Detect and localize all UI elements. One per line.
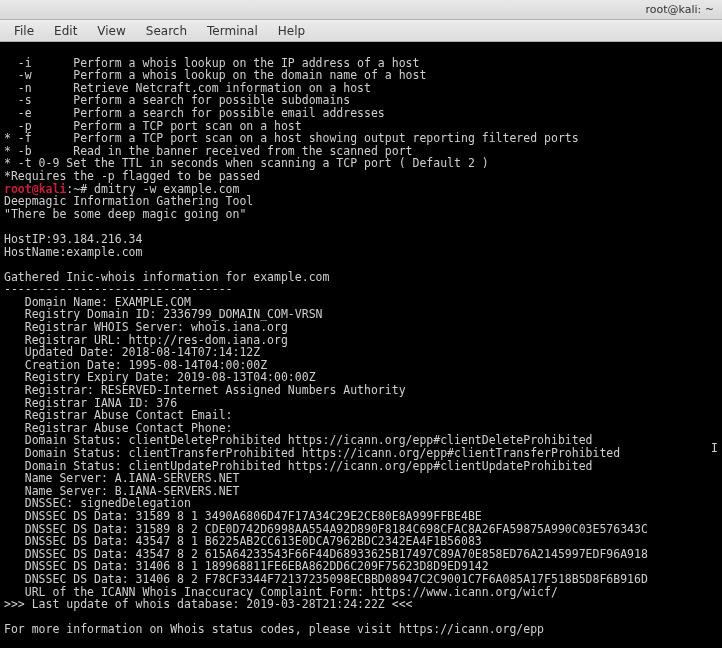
text-cursor-icon: I — [711, 442, 718, 455]
whois-line: >>> Last update of whois database: 2019-… — [4, 597, 413, 611]
menu-file[interactable]: File — [4, 22, 44, 40]
menu-view[interactable]: View — [87, 22, 135, 40]
menu-help[interactable]: Help — [268, 22, 315, 40]
menubar: File Edit View Search Terminal Help — [0, 20, 722, 42]
menu-edit[interactable]: Edit — [44, 22, 87, 40]
host-info-line: HostName:example.com — [4, 245, 142, 259]
window-title: root@kali: ~ — [645, 3, 714, 16]
footer-line: For more information on Whois status cod… — [4, 622, 544, 636]
menu-search[interactable]: Search — [136, 22, 197, 40]
menu-terminal[interactable]: Terminal — [197, 22, 268, 40]
terminal-area[interactable]: -i Perform a whois lookup on the IP addr… — [0, 42, 722, 648]
tool-header-line: "There be some deep magic going on" — [4, 207, 246, 221]
window-titlebar: root@kali: ~ — [0, 0, 722, 20]
